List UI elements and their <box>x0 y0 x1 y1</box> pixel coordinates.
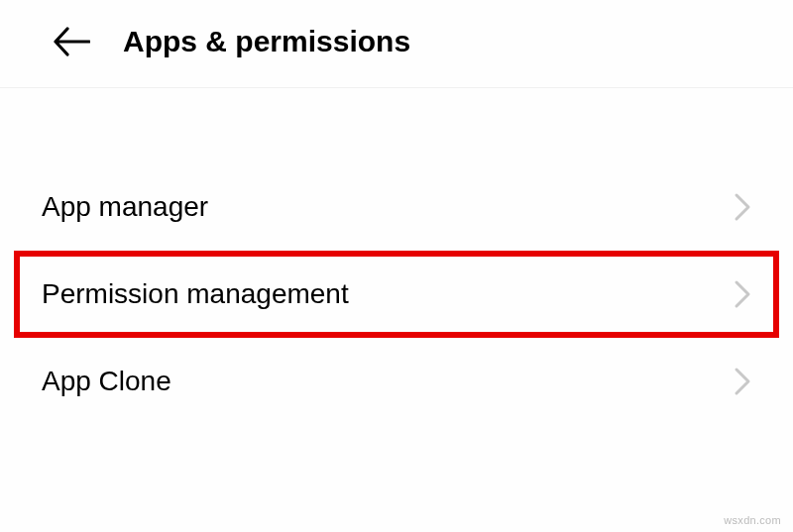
back-button[interactable] <box>52 22 91 61</box>
arrow-left-icon <box>53 27 90 56</box>
chevron-right-icon <box>734 279 751 309</box>
page-title: Apps & permissions <box>123 25 410 58</box>
watermark: wsxdn.com <box>724 514 781 526</box>
list-item-permission-management[interactable]: Permission management <box>0 251 793 338</box>
list-item-app-clone[interactable]: App Clone <box>0 338 793 425</box>
chevron-right-icon <box>734 367 751 396</box>
list-item-app-manager[interactable]: App manager <box>0 163 793 251</box>
header: Apps & permissions <box>0 0 793 88</box>
settings-list: App manager Permission management App Cl… <box>0 163 793 425</box>
spacer <box>0 88 793 163</box>
list-item-label: App manager <box>42 191 208 223</box>
list-item-label: Permission management <box>42 278 349 310</box>
chevron-right-icon <box>734 192 751 222</box>
list-item-label: App Clone <box>42 366 171 397</box>
